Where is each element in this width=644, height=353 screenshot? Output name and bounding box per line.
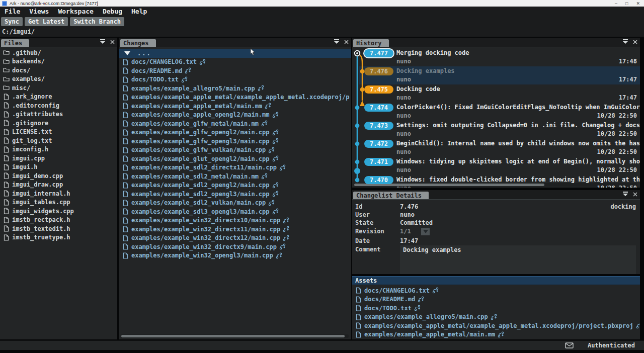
file-tree-item[interactable]: .gitignore xyxy=(0,119,117,128)
changes-root-row[interactable]: ... xyxy=(119,49,351,58)
changes-hscrollbar[interactable] xyxy=(121,334,349,338)
filter-icon[interactable] xyxy=(622,192,628,197)
file-tree-item[interactable]: .ark_ignore xyxy=(0,93,117,102)
file-name: imgui.cpp xyxy=(12,155,45,162)
asset-file-row[interactable]: examples/example_apple_metal/example_app… xyxy=(352,321,640,330)
file-tree-item[interactable]: imgui.cpp xyxy=(0,154,117,163)
filter-icon[interactable] xyxy=(334,39,340,44)
file-tree-item[interactable]: imgui_widgets.cpp xyxy=(0,207,117,216)
file-tree-item[interactable]: .editorconfig xyxy=(0,101,117,110)
close-icon[interactable] xyxy=(633,192,637,197)
changed-file-row[interactable]: examples/example_sdl2_directx11/main.cpp xyxy=(119,163,351,172)
file-tree-item[interactable]: imstb_truetype.h xyxy=(0,233,117,242)
history-commit-row[interactable]: 7.471 Windows: tidying up skipitems logi… xyxy=(352,157,640,175)
changed-file-row[interactable]: examples/example_apple_metal/main.mm xyxy=(119,102,351,111)
file-or-folder-icon xyxy=(3,146,10,153)
close-icon[interactable] xyxy=(110,40,115,44)
changed-file-row[interactable]: examples/example_glfw_opengl3/main.cpp xyxy=(119,137,351,146)
changed-file-row[interactable]: examples/example_apple_metal/example_app… xyxy=(119,93,351,102)
history-commit-row[interactable]: 7.475 Docking code nuno 17:47 xyxy=(352,84,640,103)
close-button[interactable]: ✕ xyxy=(636,1,640,6)
minimize-button[interactable]: – xyxy=(615,1,617,6)
envelope-icon[interactable] xyxy=(565,342,574,348)
menu-views[interactable]: Views xyxy=(25,8,53,15)
changed-file-row[interactable]: docs/TODO.txt xyxy=(119,75,351,84)
history-panel: History 7.477 Merging docking code nuno xyxy=(352,38,640,188)
changed-file-row[interactable]: examples/example_win32_directx9/main.cpp xyxy=(119,242,351,251)
history-commit-row[interactable]: 7.473 Settings: omit outputing Collapsed… xyxy=(352,121,640,139)
changed-file-row[interactable]: examples/example_sdl2_vulkan/main.cpp xyxy=(119,199,351,208)
changed-file-row[interactable]: examples/example_allegro5/main.cpp xyxy=(119,84,351,93)
asset-file-row[interactable]: docs/TODO.txt xyxy=(352,304,640,313)
filter-icon[interactable] xyxy=(622,39,628,44)
file-or-folder-icon xyxy=(3,111,10,118)
changed-file-row[interactable]: examples/example_glfw_opengl2/main.cpp xyxy=(119,128,351,137)
file-icon xyxy=(355,305,362,311)
file-tree-item[interactable]: .github/ xyxy=(0,48,117,57)
file-name: imstb_truetype.h xyxy=(12,234,70,241)
file-tree-item[interactable]: misc/ xyxy=(0,83,117,93)
changed-file-row[interactable]: examples/example_sdl3_opengl3/main.cpp xyxy=(119,207,351,216)
changes-hscroll-thumb[interactable] xyxy=(121,335,345,337)
close-icon[interactable] xyxy=(633,40,637,44)
close-icon[interactable] xyxy=(344,40,349,44)
menu-debug[interactable]: Debug xyxy=(98,8,127,15)
details-content: Id 7.476 docking User nuno State Committ… xyxy=(352,199,640,274)
changed-file-row[interactable]: examples/example_sdl2_opengl2/main.cpp xyxy=(119,181,351,190)
switch-branch-button[interactable]: Switch Branch xyxy=(70,17,124,26)
changed-file-row[interactable]: examples/example_glfw_metal/main.mm xyxy=(119,119,351,128)
history-commit-row[interactable]: 7.476 Docking examples nuno 17:47 xyxy=(352,66,640,84)
dropdown-button[interactable] xyxy=(421,228,430,235)
history-commit-row[interactable]: 7.477 Merging docking code nuno 17:48 xyxy=(352,48,640,66)
menu-workspace[interactable]: Workspace xyxy=(53,8,98,15)
changed-file-row[interactable]: examples/example_glut_opengl2/main.cpp xyxy=(119,154,351,163)
changed-file-row[interactable]: docs/README.md xyxy=(119,66,351,75)
file-tree-item[interactable]: backends/ xyxy=(0,57,117,66)
file-tree-item[interactable]: imconfig.h xyxy=(0,145,117,154)
changed-file-row[interactable]: examples/example_win32_directx11/main.cp… xyxy=(119,225,351,234)
changed-file-row[interactable]: examples/example_win32_directx12/main.cp… xyxy=(119,234,351,243)
file-tree-item[interactable]: imstb_rectpack.h xyxy=(0,216,117,225)
commit-title: BeginChild(): Internal name used by chil… xyxy=(396,139,640,148)
asset-file-row[interactable]: examples/example_apple_metal/main.mm xyxy=(352,330,640,339)
file-tree-item[interactable]: imgui_internal.h xyxy=(0,189,117,198)
changed-file-row[interactable]: examples/example_glfw_vulkan/main.cpp xyxy=(119,146,351,155)
changed-file-row[interactable]: examples/example_sdl2_metal/main.mm xyxy=(119,172,351,181)
file-name: .ark_ignore xyxy=(12,93,52,100)
file-tree-item[interactable]: imgui_draw.cpp xyxy=(0,181,117,190)
chevron-down-icon xyxy=(423,230,428,233)
revision-dropdown[interactable]: 1/1 xyxy=(400,227,430,235)
file-tree-item[interactable]: imgui_tables.cpp xyxy=(0,198,117,207)
file-tree-item[interactable]: git_log.txt xyxy=(0,136,117,145)
changed-file-row[interactable]: docs/CHANGELOG.txt xyxy=(119,58,351,67)
changed-file-row[interactable]: examples/example_win32_opengl3/main.cpp xyxy=(119,251,351,260)
menu-help[interactable]: Help xyxy=(127,8,151,15)
file-tree-item[interactable]: imgui.h xyxy=(0,163,117,172)
asset-file-row[interactable]: examples/example_allegro5/main.cpp xyxy=(352,313,640,322)
commit-title: Windows: tidying up skipitems logic at e… xyxy=(396,157,640,166)
sync-button[interactable]: Sync xyxy=(1,17,23,26)
branch-change-icon xyxy=(185,67,192,74)
maximize-button[interactable]: □ xyxy=(625,1,628,6)
file-tree-item[interactable]: examples/ xyxy=(0,75,117,84)
changed-file-row[interactable]: examples/example_apple_opengl2/main.mm xyxy=(119,111,351,120)
comment-field[interactable]: Docking examples xyxy=(400,245,636,274)
asset-file-row[interactable]: docs/CHANGELOG.txt xyxy=(352,286,640,295)
get-latest-button[interactable]: Get Latest xyxy=(25,17,68,26)
history-commit-row[interactable]: 7.470 Windows: fixed double-clicked bord… xyxy=(352,175,640,188)
history-commit-row[interactable]: 7.472 BeginChild(): Internal name used b… xyxy=(352,139,640,157)
file-tree-item[interactable]: LICENSE.txt xyxy=(0,128,117,137)
filter-icon[interactable] xyxy=(100,39,106,44)
file-tree-item[interactable]: imgui_demo.cpp xyxy=(0,171,117,181)
file-tree-item[interactable]: imstb_textedit.h xyxy=(0,224,117,233)
asset-file-row[interactable]: docs/README.md xyxy=(352,295,640,304)
file-tree-item[interactable]: .gitattributes xyxy=(0,110,117,119)
changed-file-row[interactable]: examples/example_win32_directx10/main.cp… xyxy=(119,216,351,225)
menu-file[interactable]: File xyxy=(0,8,25,15)
changed-file-row[interactable]: examples/example_sdl2_opengl3/main.cpp xyxy=(119,190,351,199)
history-commit-row[interactable]: 7.474 ColorPicker4(): Fixed ImGuiColorEd… xyxy=(352,103,640,121)
file-icon xyxy=(122,59,129,65)
file-name: imgui_internal.h xyxy=(12,190,70,197)
changelist-badge: 7.472 xyxy=(364,140,393,148)
file-tree-item[interactable]: docs/ xyxy=(0,66,117,75)
